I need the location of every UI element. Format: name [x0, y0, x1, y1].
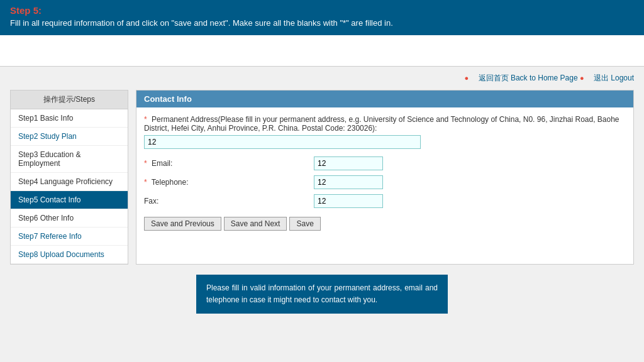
banner-title: Step 5:	[10, 5, 634, 16]
required-star-email: *	[144, 159, 147, 168]
email-row: * Email:	[144, 156, 626, 170]
main-layout: 操作提示/Steps Step1 Basic Info Step2 Study …	[10, 90, 634, 265]
sidebar-header: 操作提示/Steps	[11, 90, 128, 109]
address-input[interactable]	[144, 135, 421, 149]
sidebar: 操作提示/Steps Step1 Basic Info Step2 Study …	[10, 90, 128, 265]
sidebar-item-step3[interactable]: Step3 Education & Employment	[11, 146, 128, 173]
save-next-button[interactable]: Save and Next	[224, 217, 287, 231]
form-panel-title: Contact Info	[136, 90, 633, 107]
info-box: Please fill in valid information of your…	[196, 275, 448, 314]
telephone-label: * Telephone:	[144, 178, 314, 187]
required-star-address: *	[144, 115, 147, 124]
sidebar-item-step2[interactable]: Step2 Study Plan	[11, 128, 128, 146]
logout-icon: ●	[580, 74, 584, 82]
email-label: * Email:	[144, 159, 314, 168]
sidebar-item-step8[interactable]: Step8 Upload Documents	[11, 246, 128, 264]
fax-input[interactable]	[314, 194, 383, 208]
logout-link[interactable]: 退出 Logout	[594, 74, 634, 82]
address-section: * Permanent Address(Please fill in your …	[144, 115, 626, 149]
email-input[interactable]	[314, 156, 383, 170]
sidebar-item-step5[interactable]: Step5 Contact Info	[11, 191, 128, 209]
home-icon: ●	[465, 74, 469, 82]
white-bar	[0, 35, 644, 67]
required-star-telephone: *	[144, 178, 147, 187]
home-link[interactable]: 返回首页 Back to Home Page	[479, 74, 578, 82]
fax-row: Fax:	[144, 194, 626, 208]
address-label: * Permanent Address(Please fill in your …	[144, 115, 626, 133]
top-links: ● 返回首页 Back to Home Page ● 退出 Logout	[10, 73, 634, 84]
save-button[interactable]: Save	[289, 217, 320, 231]
sidebar-item-step6[interactable]: Step6 Other Info	[11, 209, 128, 228]
address-label-text: Permanent Address(Please fill in your pe…	[144, 115, 619, 133]
fax-label: Fax:	[144, 197, 314, 206]
telephone-row: * Telephone:	[144, 175, 626, 189]
banner-description: Fill in all required information of and …	[10, 18, 634, 28]
telephone-input[interactable]	[314, 175, 383, 189]
sidebar-item-step1[interactable]: Step1 Basic Info	[11, 109, 128, 128]
save-previous-button[interactable]: Save and Previous	[144, 217, 221, 231]
form-panel-body: * Permanent Address(Please fill in your …	[136, 107, 633, 238]
banner: Step 5: Fill in all required information…	[0, 0, 644, 35]
sidebar-item-step4[interactable]: Step4 Language Proficiency	[11, 173, 128, 191]
content-area: ● 返回首页 Back to Home Page ● 退出 Logout 操作提…	[0, 67, 644, 320]
sidebar-item-step7[interactable]: Step7 Referee Info	[11, 228, 128, 246]
form-panel: Contact Info * Permanent Address(Please …	[136, 90, 634, 265]
buttons-row: Save and Previous Save and Next Save	[144, 217, 626, 231]
